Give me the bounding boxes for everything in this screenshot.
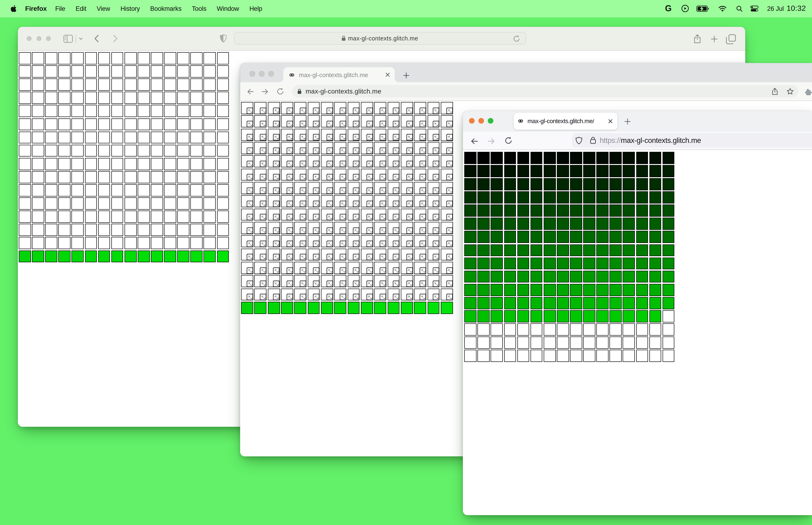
menu-item-firefox[interactable]: Firefox	[17, 5, 50, 13]
minimize-button[interactable]	[259, 71, 264, 76]
canvas-cell	[610, 218, 622, 230]
canvas-cell	[190, 250, 203, 262]
close-button[interactable]	[469, 118, 475, 124]
back-icon[interactable]	[94, 35, 99, 42]
new-tab-icon[interactable]	[624, 118, 630, 124]
canvas-cell	[190, 118, 203, 131]
sidebar-icon[interactable]	[63, 35, 73, 43]
canvas-cell	[596, 218, 609, 230]
new-tab-icon[interactable]	[403, 72, 409, 78]
canvas-cell	[98, 145, 110, 157]
canvas-cell	[59, 237, 71, 249]
canvas-cell	[662, 257, 675, 270]
shield-icon[interactable]	[576, 137, 582, 144]
close-button[interactable]	[249, 71, 255, 76]
menu-item-history[interactable]: History	[116, 5, 145, 12]
minimize-button[interactable]	[36, 36, 41, 41]
new-tab-icon[interactable]	[711, 35, 718, 42]
canvas-cell	[441, 142, 453, 154]
canvas-cell	[441, 115, 453, 127]
zoom-button[interactable]	[488, 118, 493, 124]
back-icon[interactable]	[247, 88, 254, 95]
forward-icon[interactable]	[488, 138, 495, 145]
extensions-puzzle-icon[interactable]	[805, 89, 812, 95]
star-icon[interactable]	[787, 88, 794, 95]
lock-icon[interactable]	[590, 137, 596, 144]
reload-icon[interactable]	[504, 137, 512, 144]
forward-icon[interactable]	[113, 35, 118, 42]
canvas-cell	[544, 336, 556, 349]
menu-item-view[interactable]: View	[91, 5, 115, 12]
canvas-cell	[387, 302, 400, 314]
firefox-url-bar[interactable]: https://max-gl-contexts.glitch.me	[572, 133, 812, 148]
chevron-down-icon[interactable]	[79, 38, 83, 41]
firefox-active-tab[interactable]: max-gl-contexts.glitch.me/	[514, 112, 617, 130]
reload-icon[interactable]	[513, 35, 520, 43]
menu-item-bookmarks[interactable]: Bookmarks	[145, 5, 186, 12]
tab-close-icon[interactable]	[385, 72, 390, 77]
canvas-cell	[308, 275, 320, 287]
canvas-cell	[281, 142, 293, 154]
zoom-button[interactable]	[268, 71, 274, 76]
canvas-cell	[348, 142, 360, 154]
control-center-icon[interactable]	[750, 6, 758, 12]
menu-item-tools[interactable]: Tools	[187, 5, 212, 12]
canvas-cell	[204, 224, 216, 236]
menu-item-window[interactable]: Window	[212, 5, 244, 12]
canvas-cell	[334, 195, 347, 208]
menu-item-file[interactable]: File	[50, 5, 71, 12]
canvas-cell	[374, 249, 386, 260]
canvas-cell	[544, 165, 556, 177]
menu-item-edit[interactable]: Edit	[71, 5, 92, 12]
forward-icon[interactable]	[262, 88, 268, 95]
minimize-button[interactable]	[478, 118, 484, 124]
canvas-cell	[151, 118, 163, 131]
apple-icon[interactable]	[11, 5, 17, 12]
canvas-cell	[662, 205, 675, 217]
canvas-cell	[111, 65, 123, 77]
zoom-button[interactable]	[46, 36, 51, 41]
chrome-active-tab[interactable]: max-gl-contexts.glitch.me	[284, 67, 395, 82]
chrome-url-bar[interactable]: max-gl-contexts.glitch.me	[292, 85, 798, 97]
play-circle-icon[interactable]	[681, 5, 689, 13]
canvas-cell	[138, 224, 150, 236]
canvas-cell	[267, 302, 280, 314]
share-icon[interactable]	[694, 34, 701, 43]
canvas-cell	[164, 211, 176, 223]
canvas-cell	[348, 102, 360, 114]
canvas-cell	[281, 302, 293, 314]
canvas-cell	[98, 197, 110, 210]
canvas-cell	[334, 275, 347, 287]
tab-close-icon[interactable]	[608, 119, 613, 123]
canvas-cell	[387, 182, 400, 194]
tabs-overview-icon[interactable]	[726, 34, 736, 44]
canvas-cell	[294, 222, 307, 234]
canvas-cell	[583, 350, 595, 362]
safari-url-bar[interactable]: max-gl-contexts.glitch.me	[234, 32, 526, 45]
shield-icon[interactable]	[220, 34, 227, 43]
back-icon[interactable]	[471, 138, 478, 145]
wifi-icon[interactable]	[719, 6, 726, 12]
canvas-cell	[151, 145, 163, 157]
reload-icon[interactable]	[277, 88, 284, 95]
canvas-cell	[241, 208, 253, 221]
canvas-cell	[267, 195, 280, 208]
canvas-cell	[570, 270, 582, 283]
canvas-cell	[72, 131, 84, 144]
close-button[interactable]	[27, 36, 32, 41]
canvas-cell	[32, 92, 44, 104]
search-icon[interactable]	[736, 6, 742, 12]
lock-icon[interactable]	[297, 89, 302, 94]
canvas-cell	[151, 78, 163, 91]
firefox-window: max-gl-contexts.glitch.me/	[463, 111, 812, 515]
canvas-cell	[308, 208, 320, 221]
canvas-cell	[151, 105, 163, 117]
canvas-cell	[85, 105, 97, 117]
g-logo-icon[interactable]: G	[665, 4, 672, 14]
menu-item-help[interactable]: Help	[244, 5, 267, 12]
canvas-cell	[124, 131, 137, 144]
share-icon[interactable]	[772, 88, 778, 95]
battery-charging-icon[interactable]	[696, 6, 709, 12]
canvas-cell	[387, 115, 400, 127]
canvas-cell	[177, 105, 189, 117]
